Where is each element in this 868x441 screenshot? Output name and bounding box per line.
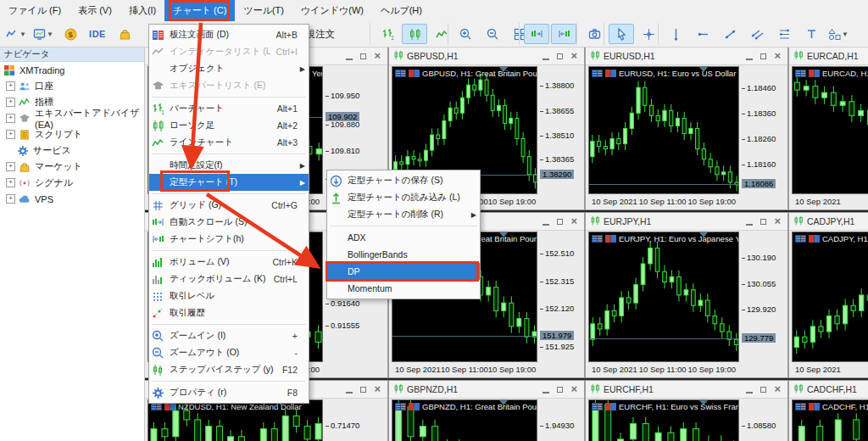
chart-menu-item-r[interactable]: プロパティ (r)F8 bbox=[149, 384, 309, 401]
chart-menu-item-o[interactable]: ズームアウト (O)- bbox=[149, 344, 309, 361]
expand-plus-icon[interactable]: + bbox=[6, 162, 15, 171]
menubar-item-T[interactable]: ツール(T) bbox=[235, 0, 292, 21]
minimize-button[interactable] bbox=[346, 392, 353, 394]
chart-menu-item-d[interactable]: 板注文画面 (D)Alt+B bbox=[149, 26, 309, 43]
menubar-item-C[interactable]: チャート (C) bbox=[164, 0, 235, 21]
chart-plot[interactable]: EURUSD, H1: Euro vs US Dollar bbox=[588, 66, 739, 194]
one-click-trading-icon[interactable] bbox=[409, 403, 420, 410]
chart-menu-item-[interactable]: ラインチャートAlt+3 bbox=[149, 134, 309, 151]
navigator-item[interactable]: +マーケット bbox=[0, 159, 144, 175]
depth-of-market-icon[interactable] bbox=[592, 235, 603, 243]
chart-menu-item-g[interactable]: グリッド (G)Ctrl+G bbox=[149, 197, 309, 214]
maximize-button[interactable] bbox=[360, 387, 366, 393]
one-click-trading-icon[interactable] bbox=[809, 235, 820, 243]
template-submenu-item-bollingerbands[interactable]: BollingerBands bbox=[327, 246, 480, 263]
maximize-button[interactable] bbox=[557, 387, 563, 393]
candlestick-button[interactable] bbox=[402, 24, 427, 44]
chart-plot[interactable]: CADCHF, H1: Canadian Dollar bbox=[792, 399, 868, 441]
ide-text-button[interactable]: IDE bbox=[85, 24, 110, 44]
close-icon[interactable]: × bbox=[570, 217, 577, 226]
template-submenu-item-dp[interactable]: DP bbox=[327, 263, 480, 280]
chart-window-button[interactable]: ▼ bbox=[31, 24, 56, 44]
bar-chart-button[interactable]: 1 bbox=[375, 24, 400, 44]
expand-plus-icon[interactable]: + bbox=[6, 81, 15, 91]
template-submenu-item-s[interactable]: 定型チャートの保存 (S) bbox=[327, 172, 480, 189]
expand-plus-icon[interactable]: + bbox=[6, 194, 15, 204]
template-submenu-item-momentum[interactable]: Momentum bbox=[327, 280, 480, 297]
close-icon[interactable]: × bbox=[570, 385, 577, 394]
zoom-out-button[interactable] bbox=[480, 24, 505, 44]
maximize-button[interactable] bbox=[760, 53, 766, 59]
chart-menu-item-[interactable]: 1バーチャートAlt+1 bbox=[149, 100, 309, 117]
chart-titlebar[interactable]: GBPUSD,H1× bbox=[389, 47, 584, 65]
chart-titlebar[interactable]: GBPNZD,H1× bbox=[389, 381, 584, 399]
chart-menu-item-h[interactable]: チャートシフト(h) bbox=[149, 231, 309, 248]
close-icon[interactable]: × bbox=[774, 385, 781, 394]
minimize-button[interactable] bbox=[346, 59, 353, 60]
close-icon[interactable]: × bbox=[374, 52, 381, 60]
maximize-button[interactable] bbox=[760, 387, 766, 393]
minimize-button[interactable] bbox=[746, 224, 753, 226]
navigator-item[interactable]: サービス bbox=[0, 142, 144, 159]
depth-of-market-icon[interactable] bbox=[395, 70, 406, 77]
depth-of-market-icon[interactable] bbox=[151, 403, 162, 410]
chart-menu-item-k[interactable]: ティックボリューム (K)Ctrl+L bbox=[149, 271, 309, 287]
minimize-button[interactable] bbox=[746, 392, 753, 394]
navigator-item[interactable]: +エキスパートアドバイザ(EA) bbox=[0, 110, 144, 126]
menubar-item-H[interactable]: ヘルプ(H) bbox=[372, 0, 431, 21]
one-click-trading-icon[interactable] bbox=[164, 403, 175, 410]
vertical-line-button[interactable] bbox=[663, 24, 688, 44]
cursor-button[interactable] bbox=[609, 24, 634, 44]
navigator-item[interactable]: +VPS bbox=[0, 191, 144, 207]
maximize-button[interactable] bbox=[557, 53, 563, 59]
chart-titlebar[interactable]: EURJPY,H1× bbox=[586, 213, 787, 231]
expand-plus-icon[interactable]: + bbox=[6, 130, 15, 139]
chart-titlebar[interactable]: CADJPY,H1× bbox=[789, 213, 868, 231]
chart-titlebar[interactable]: EURCAD,H1× bbox=[789, 47, 868, 65]
one-click-trading-icon[interactable] bbox=[409, 70, 420, 77]
template-submenu-item-r[interactable]: 定型チャートの削除 (R)▶ bbox=[327, 206, 480, 223]
zoom-in-button[interactable] bbox=[453, 24, 478, 44]
market-bag-button[interactable] bbox=[112, 24, 137, 44]
expand-plus-icon[interactable]: + bbox=[6, 114, 15, 123]
chart-menu-item-l[interactable]: インディケータリスト (L)Ctrl+I bbox=[149, 43, 309, 60]
template-submenu-item-adx[interactable]: ADX bbox=[327, 229, 480, 246]
depth-of-market-icon[interactable] bbox=[592, 70, 603, 77]
depth-of-market-icon[interactable] bbox=[795, 235, 806, 243]
chart-plot[interactable]: EURJPY, H1: Euro vs Japanese Yen bbox=[588, 232, 739, 362]
one-click-trading-icon[interactable] bbox=[809, 70, 820, 77]
chart-titlebar[interactable]: CADCHF,H1× bbox=[789, 381, 868, 399]
chart-menu-item-s[interactable]: 自動スクロール (S) bbox=[149, 214, 309, 231]
depth-of-market-icon[interactable] bbox=[795, 70, 806, 77]
navigator-item[interactable]: +口座 bbox=[0, 78, 144, 94]
one-click-trading-icon[interactable] bbox=[605, 403, 616, 410]
chart-menu-item-[interactable]: 取引履歴 bbox=[149, 304, 309, 321]
chart-menu-item-f[interactable]: 時間足設定(f)▶ bbox=[149, 157, 309, 174]
navigator-item-root[interactable]: XMTrading bbox=[0, 62, 144, 78]
chart-menu-item-[interactable]: ローソク足Alt+2 bbox=[149, 117, 309, 134]
chart-menu-item-v[interactable]: ボリューム (V)Ctrl+K bbox=[149, 254, 309, 271]
fibo-lines-button[interactable] bbox=[771, 24, 797, 44]
chart-titlebar[interactable]: EURCHF,H1× bbox=[586, 381, 787, 399]
chart-type-button[interactable]: ▼ bbox=[3, 24, 29, 44]
chart-plot[interactable]: NZDUSD, H1: New Zealand Dollar bbox=[147, 399, 323, 441]
chart-titlebar[interactable]: EURUSD,H1× bbox=[586, 47, 787, 65]
depth-of-market-icon[interactable] bbox=[592, 403, 603, 410]
minimize-button[interactable] bbox=[542, 224, 549, 226]
expand-plus-icon[interactable]: + bbox=[6, 178, 15, 187]
menubar-item-V[interactable]: 表示 (V) bbox=[70, 0, 120, 21]
maximize-button[interactable] bbox=[360, 53, 366, 59]
template-submenu-item-l[interactable]: 定型チャートの読み込み (L) bbox=[327, 189, 480, 206]
menubar-item-W[interactable]: ウインドウ(W) bbox=[292, 0, 372, 21]
chart-menu-item-e[interactable]: エキスパートリスト (E) bbox=[149, 77, 309, 94]
chart-menu-item-[interactable]: 取引レベル bbox=[149, 287, 309, 304]
chart-plot[interactable]: CADJPY, H1: Canadian Dollar bbox=[792, 232, 868, 362]
close-icon[interactable]: × bbox=[570, 52, 577, 60]
chart-shift-button[interactable] bbox=[551, 24, 576, 44]
chart-menu-item-[interactable]: オブジェクト▶ bbox=[149, 60, 309, 77]
chart-plot[interactable]: EURCHF, H1: Euro vs Swiss Franc bbox=[588, 399, 739, 441]
close-icon[interactable]: × bbox=[774, 52, 781, 60]
minimize-button[interactable] bbox=[746, 59, 753, 60]
one-click-trading-icon[interactable] bbox=[809, 403, 820, 410]
one-click-trading-icon[interactable] bbox=[605, 235, 616, 243]
